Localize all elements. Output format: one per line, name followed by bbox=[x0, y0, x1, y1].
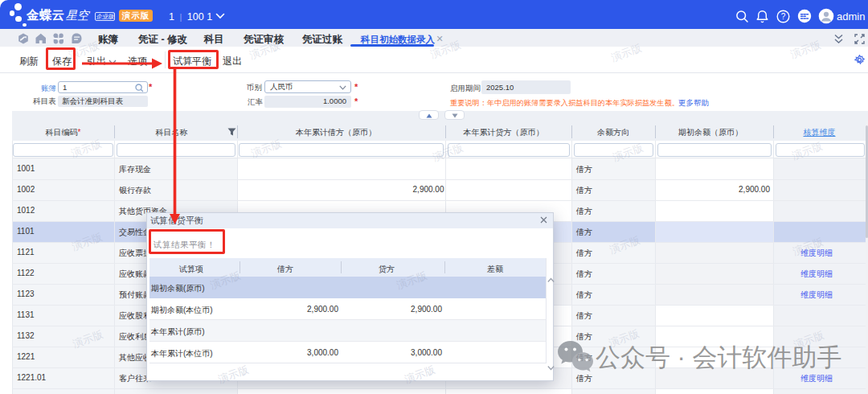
svg-text:?: ? bbox=[781, 12, 786, 21]
